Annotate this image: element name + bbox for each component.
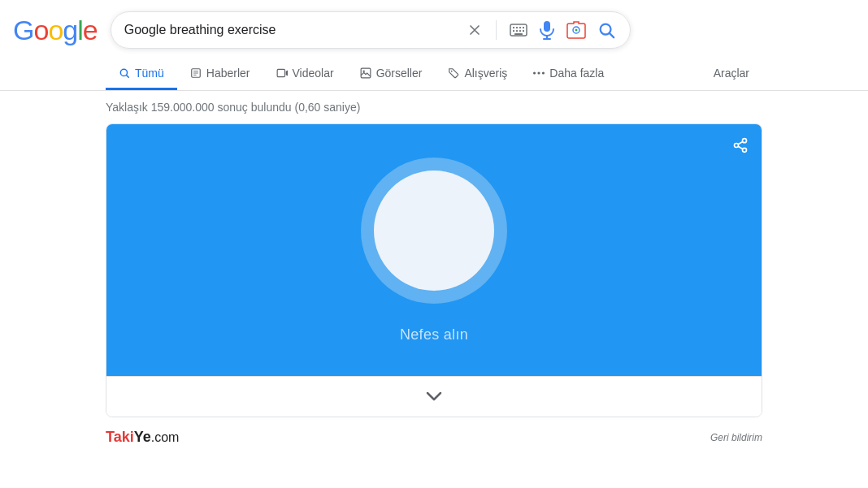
takiye-brand-com: .com [151, 430, 180, 444]
keyboard-button[interactable] [508, 22, 529, 38]
tab-tumü[interactable]: Tümü [106, 57, 177, 90]
divider [496, 20, 497, 40]
header: Google Google breathing exercise [0, 0, 868, 57]
svg-rect-10 [544, 21, 550, 32]
svg-point-28 [533, 71, 536, 74]
tab-haberler[interactable]: Haberler [177, 57, 263, 90]
svg-point-31 [743, 139, 747, 143]
chevron-down-icon [426, 388, 442, 405]
news-tab-icon [190, 67, 202, 79]
nav-tabs: Tümü Haberler Videolar [0, 57, 868, 91]
expand-panel[interactable] [106, 376, 762, 417]
svg-rect-1 [513, 27, 514, 28]
tab-videolar-label: Videolar [293, 67, 334, 80]
results-count-text: Yaklaşık 159.000.000 sonuç bulundu (0,60… [106, 101, 360, 114]
svg-line-35 [738, 141, 743, 144]
more-tab-icon [533, 71, 545, 75]
search-action-icons [465, 19, 617, 41]
tab-alisveris[interactable]: Alışveriş [435, 57, 520, 90]
tab-araclar[interactable]: Araçlar [701, 57, 762, 90]
search-button[interactable] [596, 19, 617, 41]
takiye-brand-dark: Ye [134, 429, 151, 445]
tab-daha-fazla[interactable]: Daha fazla [520, 57, 617, 90]
svg-point-14 [575, 29, 577, 32]
svg-rect-9 [514, 33, 523, 35]
breath-label: Nefes alın [400, 326, 468, 343]
svg-line-16 [610, 33, 614, 37]
breath-circle-inner [374, 171, 494, 291]
clear-button[interactable] [465, 20, 484, 40]
clear-icon [467, 22, 483, 38]
svg-line-18 [127, 76, 129, 78]
tab-tumü-label: Tümü [135, 67, 164, 80]
video-tab-icon [276, 67, 288, 79]
tab-alisveris-label: Alışveriş [464, 67, 507, 80]
svg-rect-3 [519, 27, 521, 28]
search-bar[interactable]: Google breathing exercise [111, 11, 631, 49]
tab-görseller[interactable]: Görseller [347, 57, 436, 90]
svg-rect-23 [277, 69, 284, 76]
takiye-brand: TakiYe.com [106, 429, 179, 446]
svg-rect-6 [516, 30, 518, 32]
search-input[interactable]: Google breathing exercise [124, 23, 458, 37]
svg-point-27 [451, 71, 453, 72]
svg-rect-2 [516, 27, 518, 28]
mic-button[interactable] [537, 19, 557, 41]
svg-rect-7 [519, 30, 521, 32]
search-icon [597, 21, 615, 39]
breathing-panel[interactable]: Nefes alın [106, 124, 762, 376]
tab-daha-fazla-label: Daha fazla [549, 67, 604, 80]
breathing-widget-container: Nefes alın [106, 123, 762, 417]
footer-row: TakiYe.com Geri bildirim [0, 422, 868, 446]
mic-icon [539, 20, 555, 40]
svg-marker-24 [285, 71, 287, 76]
tag-tab-icon [448, 67, 459, 79]
svg-point-33 [743, 148, 747, 152]
tab-araclar-label: Araçlar [714, 67, 749, 80]
search-tab-icon [119, 67, 130, 79]
camera-button[interactable] [565, 19, 588, 41]
takiye-brand-red: Taki [106, 429, 134, 445]
svg-point-32 [735, 144, 739, 148]
tab-videolar[interactable]: Videolar [263, 57, 347, 90]
svg-point-29 [538, 71, 540, 74]
svg-rect-25 [361, 68, 371, 78]
tab-haberler-label: Haberler [206, 67, 250, 80]
breath-circle-outer [361, 158, 507, 304]
google-logo[interactable]: Google [13, 16, 98, 44]
share-button[interactable] [732, 137, 749, 158]
share-icon [732, 137, 749, 153]
feedback-text[interactable]: Geri bildirim [710, 432, 762, 443]
keyboard-icon [510, 24, 527, 37]
svg-line-34 [738, 146, 743, 149]
camera-icon [566, 21, 586, 39]
svg-rect-8 [523, 30, 524, 32]
svg-point-30 [542, 71, 545, 74]
tab-görseller-label: Görseller [376, 67, 423, 80]
svg-rect-5 [513, 30, 514, 32]
results-info: Yaklaşık 159.000.000 sonuç bulundu (0,60… [0, 91, 868, 123]
svg-rect-4 [523, 27, 524, 28]
svg-point-26 [362, 71, 364, 72]
image-tab-icon [360, 67, 371, 79]
